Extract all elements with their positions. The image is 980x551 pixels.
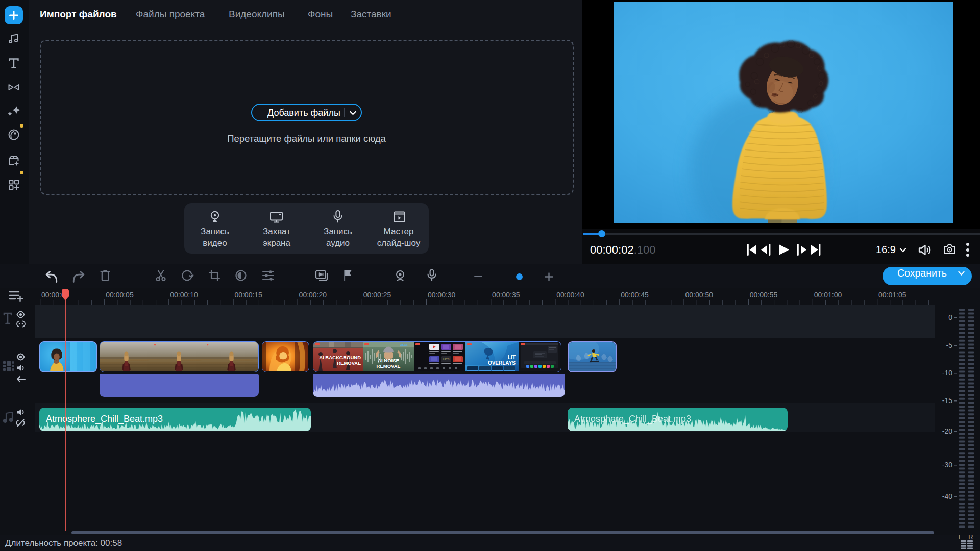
svg-text:-5: -5	[946, 341, 953, 349]
svg-text:OLOR: OLOR	[400, 343, 409, 346]
svg-text:-40: -40	[942, 492, 952, 500]
svg-text:-20: -20	[942, 427, 952, 435]
svg-text:00:01:05: 00:01:05	[878, 291, 906, 299]
svg-text:00:00:05: 00:00:05	[106, 291, 134, 299]
svg-text:00:00:40: 00:00:40	[556, 291, 584, 299]
svg-text:OVERLAYS: OVERLAYS	[488, 360, 516, 366]
svg-text:REMOVAL: REMOVAL	[337, 360, 361, 366]
svg-text:00:00:15: 00:00:15	[234, 291, 262, 299]
svg-text:00:00:35: 00:00:35	[492, 291, 520, 299]
svg-text:0: 0	[948, 313, 952, 321]
svg-text:-10: -10	[942, 369, 952, 377]
svg-text:00:00:55: 00:00:55	[750, 291, 778, 299]
svg-text:AI BACKGROUND: AI BACKGROUND	[319, 355, 361, 360]
svg-text:REMOVAL: REMOVAL	[377, 363, 401, 369]
svg-text:00:00:30: 00:00:30	[428, 291, 456, 299]
svg-text:00:00:25: 00:00:25	[363, 291, 391, 299]
svg-text:00:00:45: 00:00:45	[621, 291, 649, 299]
svg-text:00:01:00: 00:01:00	[814, 291, 842, 299]
svg-text:-30: -30	[942, 461, 952, 469]
svg-text:LIT: LIT	[508, 355, 516, 360]
svg-text:LETS: LETS	[443, 358, 450, 361]
svg-text:AI NOISE: AI NOISE	[378, 358, 399, 363]
svg-text:00:00:20: 00:00:20	[299, 291, 327, 299]
svg-text:00:00:10: 00:00:10	[170, 291, 198, 299]
svg-text:-15: -15	[942, 396, 952, 405]
svg-text:00:00:50: 00:00:50	[685, 291, 714, 299]
